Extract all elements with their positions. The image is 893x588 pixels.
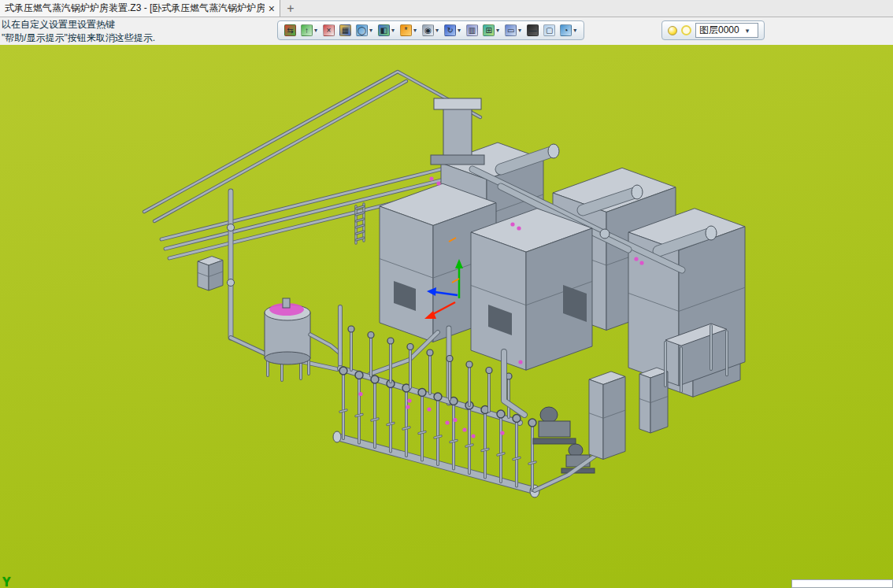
quick-access-toolbar: ⇆↑▾×▦◯▾◧▾*▾◉▾↻▾▥⊞▾▭▾―▢◔▾: [277, 20, 584, 40]
hint-messages: 以在自定义设置里设置热键 "帮助/显示提示"按钮来取消这些提示.: [2, 18, 155, 45]
document-tab[interactable]: 式承压燃气蒸汽锅炉炉房装置.Z3 - [卧式承压燃气蒸汽锅炉炉房装置] ×: [0, 0, 280, 17]
y-axis-label: Y: [2, 575, 11, 588]
extrude-button[interactable]: ↑▾: [301, 24, 318, 36]
background-swatch-icon: ▢: [543, 24, 555, 36]
chevron-down-icon: ▾: [746, 27, 750, 35]
extrude-icon: ↑: [301, 24, 313, 36]
grid-axis-icon: ⊞: [483, 24, 495, 36]
monitor-display-icon: ▭: [505, 24, 517, 36]
trim-cut-icon: ×: [323, 24, 335, 36]
undo-redo-icon: ⇆: [284, 24, 296, 36]
layer-visibility-bulb-icon[interactable]: [668, 26, 677, 35]
dropdown-arrow-icon[interactable]: ▾: [391, 27, 395, 34]
solid-block-button[interactable]: ▦: [339, 24, 351, 36]
toolbar-strip: 以在自定义设置里设置热键 "帮助/显示提示"按钮来取消这些提示. ⇆↑▾×▦◯▾…: [0, 17, 893, 45]
hint-line-2: "帮助/显示提示"按钮来取消这些提示.: [2, 31, 155, 45]
revolve-cylinder-icon: ◯: [356, 24, 368, 36]
tab-close-icon[interactable]: ×: [269, 2, 275, 15]
layer-dropdown[interactable]: 图层0000 ▾: [695, 23, 758, 38]
grid-axis-button[interactable]: ⊞▾: [483, 24, 500, 36]
undo-redo-button[interactable]: ⇆: [284, 24, 296, 36]
dropdown-arrow-icon[interactable]: ▾: [517, 27, 522, 34]
line-width-button[interactable]: ―: [527, 24, 539, 36]
line-width-icon: ―: [527, 24, 539, 36]
document-tab-title: 式承压燃气蒸汽锅炉炉房装置.Z3 - [卧式承压燃气蒸汽锅炉炉房装置]: [5, 2, 265, 15]
solid-block-icon: ▦: [339, 24, 351, 36]
boiler-room-3d-model: [0, 45, 893, 588]
3d-viewport[interactable]: Y: [0, 45, 893, 588]
dropdown-arrow-icon[interactable]: ▾: [435, 27, 439, 34]
bottom-right-panel: [791, 579, 893, 588]
visibility-eye-icon: ◔: [560, 24, 572, 36]
boolean-combine-button[interactable]: ◧▾: [378, 24, 395, 36]
new-tab-button[interactable]: +: [280, 0, 301, 17]
dropdown-arrow-icon[interactable]: ▾: [413, 27, 417, 34]
monitor-display-button[interactable]: ▭▾: [505, 24, 522, 36]
layer-color-swatch-icon[interactable]: [681, 25, 691, 35]
dropdown-arrow-icon[interactable]: ▾: [313, 27, 318, 34]
pattern-wheel-button[interactable]: *▾: [400, 24, 417, 36]
trim-cut-button[interactable]: ×: [323, 24, 335, 36]
dropdown-arrow-icon[interactable]: ▾: [572, 27, 577, 34]
layer-controls: 图层0000 ▾: [661, 20, 765, 40]
rotate-view-button[interactable]: ↻▾: [444, 24, 461, 36]
hint-line-1: 以在自定义设置里设置热键: [2, 18, 155, 31]
dropdown-arrow-icon[interactable]: ▾: [495, 27, 500, 34]
pattern-wheel-icon: *: [400, 24, 412, 36]
revolve-cylinder-button[interactable]: ◯▾: [356, 24, 373, 36]
dropdown-arrow-icon[interactable]: ▾: [457, 27, 461, 34]
layer-name-label: 图层0000: [699, 24, 739, 37]
zoom-button[interactable]: ◉▾: [422, 24, 439, 36]
image-display-button[interactable]: ▥: [466, 24, 478, 36]
boolean-combine-icon: ◧: [378, 24, 390, 36]
document-tab-bar: 式承压燃气蒸汽锅炉炉房装置.Z3 - [卧式承压燃气蒸汽锅炉炉房装置] × +: [0, 0, 893, 17]
image-display-icon: ▥: [466, 24, 478, 36]
cad-application-window: 式承压燃气蒸汽锅炉炉房装置.Z3 - [卧式承压燃气蒸汽锅炉炉房装置] × + …: [0, 0, 893, 588]
dropdown-arrow-icon[interactable]: ▾: [369, 27, 373, 34]
rotate-view-icon: ↻: [444, 24, 456, 36]
visibility-eye-button[interactable]: ◔▾: [560, 24, 577, 36]
background-swatch-button[interactable]: ▢: [543, 24, 555, 36]
zoom-icon: ◉: [422, 24, 434, 36]
